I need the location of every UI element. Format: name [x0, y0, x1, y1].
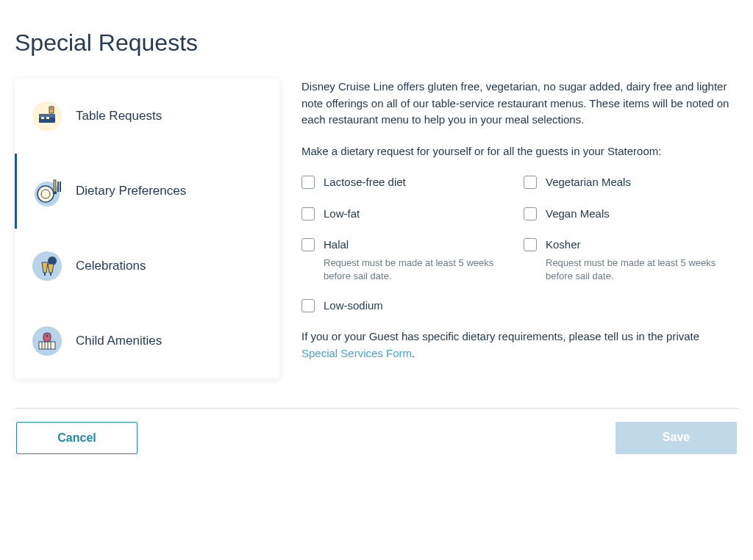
sidebar-item-dietary-preferences[interactable]: Dietary Preferences: [15, 154, 279, 229]
svg-rect-23: [43, 333, 51, 342]
svg-rect-16: [50, 273, 51, 276]
dietary-options: Lactose-free diet Vegetarian Meals Low-f…: [301, 174, 738, 314]
child-amenities-icon: [32, 326, 63, 356]
option-label: Lactose-free diet: [324, 174, 406, 191]
option-label: Kosher: [546, 237, 738, 254]
svg-point-24: [46, 335, 49, 337]
celebration-icon: [32, 251, 63, 281]
svg-rect-11: [57, 182, 59, 192]
svg-rect-4: [41, 117, 44, 119]
sidebar-item-table-requests[interactable]: Table Requests: [15, 79, 279, 154]
sidebar: Table Requests Dietary Preferences: [15, 79, 279, 378]
svg-rect-12: [60, 182, 61, 192]
option-note: Request must be made at least 5 weeks be…: [324, 256, 516, 283]
option-vegetarian: Vegetarian Meals: [524, 174, 738, 191]
checkbox[interactable]: [301, 207, 315, 220]
subheading: Make a dietary request for yourself or f…: [301, 143, 738, 160]
special-services-link[interactable]: Special Services Form: [301, 347, 412, 359]
checkbox[interactable]: [301, 176, 315, 189]
sidebar-item-label: Child Amenities: [76, 334, 162, 348]
checkbox[interactable]: [301, 238, 315, 251]
footer-prefix: If you or your Guest has specific dietar…: [301, 330, 699, 342]
checkbox[interactable]: [524, 176, 537, 189]
option-kosher: Kosher Request must be made at least 5 w…: [524, 237, 738, 283]
intro-text: Disney Cruise Line offers gluten free, v…: [301, 79, 738, 129]
option-lactose-free: Lactose-free diet: [301, 174, 516, 191]
dining-icon: [32, 176, 63, 207]
footer-suffix: .: [412, 347, 415, 359]
svg-rect-10: [53, 192, 57, 194]
svg-rect-9: [54, 180, 56, 192]
option-note: Request must be made at least 5 weeks be…: [546, 256, 738, 283]
svg-rect-15: [44, 273, 46, 276]
checkbox[interactable]: [524, 238, 537, 251]
option-label: Low-sodium: [324, 298, 383, 315]
option-low-sodium: Low-sodium: [301, 298, 516, 315]
svg-point-3: [50, 107, 53, 110]
checkbox[interactable]: [301, 299, 315, 312]
option-label: Vegan Meals: [546, 206, 610, 223]
svg-rect-5: [46, 117, 49, 119]
option-label: Halal: [324, 237, 516, 254]
cancel-button[interactable]: Cancel: [16, 422, 138, 454]
option-label: Low-fat: [324, 206, 360, 223]
sidebar-item-label: Dietary Preferences: [76, 184, 186, 198]
layout: Table Requests Dietary Preferences: [15, 79, 738, 378]
page-title: Special Requests: [15, 29, 738, 57]
actions-bar: Cancel Save: [15, 422, 738, 454]
sidebar-item-child-amenities[interactable]: Child Amenities: [15, 304, 279, 378]
svg-rect-18: [39, 342, 55, 349]
option-label: Vegetarian Meals: [546, 174, 631, 191]
divider: [15, 408, 738, 409]
footer-text: If you or your Guest has specific dietar…: [301, 329, 738, 362]
checkbox[interactable]: [524, 207, 537, 220]
sidebar-item-label: Celebrations: [76, 259, 146, 273]
sidebar-item-label: Table Requests: [76, 109, 162, 123]
sidebar-item-celebrations[interactable]: Celebrations: [15, 229, 279, 304]
table-icon: [32, 101, 63, 132]
option-halal: Halal Request must be made at least 5 we…: [301, 237, 516, 283]
save-button[interactable]: Save: [615, 422, 737, 454]
option-vegan: Vegan Meals: [524, 206, 738, 223]
svg-point-7: [38, 186, 54, 202]
content-panel: Disney Cruise Line offers gluten free, v…: [301, 79, 738, 378]
option-low-fat: Low-fat: [301, 206, 516, 223]
